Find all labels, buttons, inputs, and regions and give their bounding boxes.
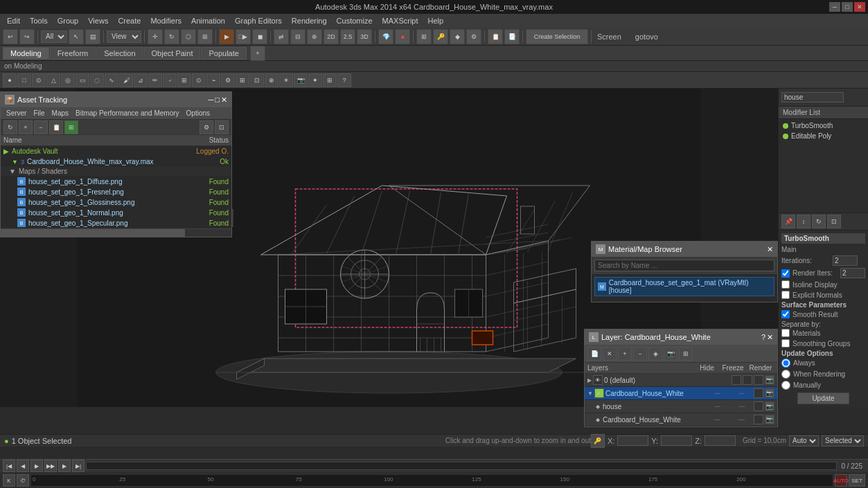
at-scrollbar[interactable] (1, 228, 231, 237)
at-file-normal[interactable]: B house_set_geo_1_Normal.png Found (1, 208, 231, 218)
snap2d-btn[interactable]: 2D (324, 29, 339, 44)
at-file-specular[interactable]: B house_set_geo_1_Specular.png Found (1, 218, 231, 228)
at-copy-icon[interactable]: 📋 (49, 120, 63, 134)
at-file-fresnel[interactable]: B house_set_geo_1_Fresnel.png Found (1, 187, 231, 197)
at-file-glossiness[interactable]: B house_set_geo_1_Glossiness.png Found (1, 197, 231, 208)
menu-views[interactable]: Views (84, 16, 112, 26)
ts-sg-checkbox[interactable] (781, 339, 790, 347)
icon-lock[interactable]: ⊡ (250, 73, 264, 87)
at-grid-icon[interactable]: ⊞ (64, 120, 78, 134)
maximize-button[interactable]: □ (842, 2, 853, 12)
material-editor-btn[interactable]: 💎 (378, 29, 393, 44)
window-controls[interactable]: ─ □ ✕ (829, 2, 865, 12)
at-remove-icon[interactable]: − (34, 120, 48, 134)
tl-next-frame-btn[interactable]: ▶ (58, 460, 71, 472)
selection-filter-dropdown[interactable]: All (41, 30, 67, 43)
selected-dropdown[interactable]: Selected (822, 435, 864, 446)
render-btn[interactable]: ▶ (219, 29, 234, 44)
icon-camera[interactable]: 📷 (294, 73, 308, 87)
at-maps-subgroup[interactable]: ▼ Maps / Shaders (1, 167, 231, 177)
tl-autokey-btn[interactable]: AUTO (835, 474, 847, 487)
icon-particle[interactable]: ✦ (308, 73, 322, 87)
scale-btn[interactable]: ⬡ (181, 29, 196, 44)
ts-manually-radio[interactable] (781, 381, 790, 390)
icon-render-preview[interactable]: ⊕ (265, 73, 278, 87)
rp-scale-icon[interactable]: ⊡ (827, 215, 841, 228)
tl-prev-key-btn[interactable]: |◀ (3, 460, 15, 472)
lp-remove-sel-btn[interactable]: − (633, 347, 647, 361)
xyz-z-input[interactable] (705, 435, 736, 446)
icon-sphere[interactable]: ● (3, 73, 17, 87)
at-maxfile-row[interactable]: ▼ 3 Cardboard_House_White_max_vray.max O… (1, 157, 231, 167)
tl-play-btn[interactable]: ▶ (30, 460, 43, 472)
lp-layer-cardboard-vis[interactable]: ✓ (594, 388, 604, 398)
ts-smooth-checkbox[interactable] (781, 310, 790, 318)
icon-paint[interactable]: 🖌 (119, 73, 133, 87)
lp-merge-btn[interactable]: ⊞ (679, 347, 693, 361)
icon-cone[interactable]: △ (46, 73, 60, 87)
scene-explorer-btn[interactable]: 📋 (488, 29, 503, 44)
tl-play-all-btn[interactable]: ▶▶ (44, 460, 57, 472)
menu-rendering[interactable]: Rendering (287, 16, 331, 26)
lp-title-bar[interactable]: L Layer: Cardboard_House_White ? ✕ (585, 329, 777, 345)
ts-whenrender-radio[interactable] (781, 370, 790, 379)
ts-renderiter-checkbox[interactable] (781, 269, 790, 278)
ts-update-btn[interactable]: Update (797, 392, 849, 404)
ts-isoline-checkbox[interactable] (781, 280, 790, 289)
tl-key-mode-btn[interactable]: K (3, 474, 15, 487)
mb-close-btn[interactable]: ✕ (767, 245, 773, 254)
icon-slice[interactable]: ⌿ (163, 73, 177, 87)
move-btn[interactable]: ✛ (148, 29, 163, 44)
menu-maxscript[interactable]: MAXScript (378, 16, 423, 26)
mb-title-bar[interactable]: M Material/Map Browser ✕ (592, 242, 777, 257)
pin-icon[interactable]: 📌 (781, 215, 795, 228)
object-search-input[interactable] (781, 92, 844, 102)
icon-torus[interactable]: ◎ (61, 73, 75, 87)
menu-tools[interactable]: Tools (26, 16, 52, 26)
ts-renderiter-input[interactable] (840, 268, 865, 278)
rotate-btn[interactable]: ↻ (164, 29, 179, 44)
lp-camera-btn[interactable]: 📷 (664, 347, 677, 361)
menu-edit[interactable]: Edit (3, 16, 24, 26)
lp-layer-default[interactable]: ▶ 👁 0 (default) 📷 (585, 374, 777, 387)
at-scrollbar-thumb[interactable] (1, 229, 185, 237)
icon-attach[interactable]: ⊞ (177, 73, 191, 87)
lp-close-btn[interactable]: ✕ (767, 333, 773, 342)
rp-move-icon[interactable]: ↕ (797, 215, 811, 228)
at-maximize-btn[interactable]: □ (215, 96, 220, 105)
ts-explicit-checkbox[interactable] (781, 291, 790, 299)
at-refresh-icon[interactable]: ↻ (3, 120, 17, 134)
at-filter-icon[interactable]: ⊡ (215, 120, 229, 134)
at-minimize-btn[interactable]: ─ (209, 96, 214, 105)
lp-layer-house[interactable]: ◆ house — — 📷 (585, 400, 777, 413)
xyz-x-input[interactable] (617, 435, 648, 446)
menu-graph-editors[interactable]: Graph Editors (231, 16, 286, 26)
icon-weld[interactable]: ⊙ (192, 73, 206, 87)
lp-layer-default-freeze[interactable] (743, 375, 752, 385)
at-close-btn[interactable]: ✕ (221, 96, 227, 105)
tl-next-key-btn[interactable]: ▶| (72, 460, 85, 472)
lp-delete-btn[interactable]: ✕ (603, 347, 617, 361)
lp-new-btn[interactable]: 📄 (587, 347, 601, 361)
close-button[interactable]: ✕ (854, 2, 865, 12)
auto-dropdown[interactable]: Auto (789, 435, 819, 446)
select-name-btn[interactable]: ▤ (85, 29, 100, 44)
mb-search-input[interactable] (594, 260, 774, 271)
menu-help[interactable]: Help (424, 16, 448, 26)
icon-box[interactable]: □ (17, 73, 31, 87)
menu-customize[interactable]: Customize (333, 16, 377, 26)
grid-btn[interactable]: ⊞ (416, 29, 432, 44)
select-btn[interactable]: ↖ (69, 29, 84, 44)
timeline-scrub-bar[interactable] (86, 462, 837, 470)
icon-clone[interactable]: ⊞ (323, 73, 337, 87)
modifier-editablepoly[interactable]: Editable Poly (780, 131, 867, 141)
key-icon[interactable]: 🔑 (591, 434, 605, 448)
ts-materials-checkbox[interactable] (781, 329, 790, 337)
tl-prev-frame-btn[interactable]: ◀ (17, 460, 29, 472)
snap25d-btn[interactable]: 2.5 (340, 29, 355, 44)
render-frame-btn[interactable]: □▶ (236, 29, 251, 44)
redo-btn[interactable]: ↪ (19, 29, 35, 44)
at-add-icon[interactable]: + (19, 120, 33, 134)
icon-light[interactable]: ☀ (279, 73, 293, 87)
quick-render-btn[interactable]: 🔺 (395, 29, 410, 44)
